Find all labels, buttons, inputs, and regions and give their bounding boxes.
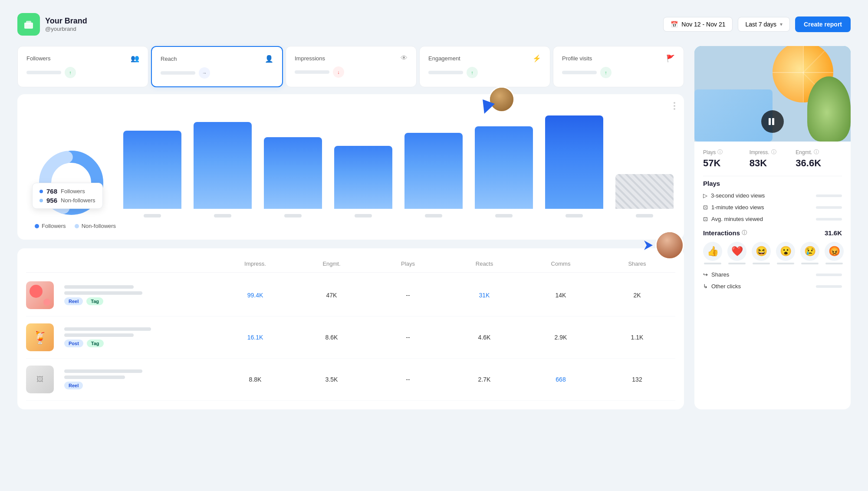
bar-label-1 (144, 214, 161, 217)
emoji-wow: 😮 (776, 242, 795, 264)
metric-bar (161, 71, 195, 75)
td-shares-1: 2K (599, 292, 675, 299)
table-row[interactable]: 🍹 Post Tag 16.1K 8.6K -- 4.6K (26, 316, 675, 359)
stats-row: Plays ⓘ 57K Impress. ⓘ 83K Engmt. ⓘ (703, 148, 842, 176)
change-indicator-up: ↑ (65, 67, 76, 78)
metric-card-engagement[interactable]: Engagement ⚡ ↑ (419, 46, 550, 87)
post-1-text: Reel Tag (64, 285, 217, 305)
angry-emoji: 😡 (825, 242, 844, 261)
bar-6 (475, 126, 533, 209)
td-reacts-3: 2.7K (446, 376, 523, 383)
bar-group-2 (194, 122, 252, 217)
row-3s-views: ▷ 3-second video views (703, 192, 842, 199)
period-selector[interactable]: Last 7 days ▾ (738, 17, 790, 32)
post-line (64, 333, 134, 337)
svg-rect-1 (26, 21, 31, 24)
emoji-like: 👍 (703, 242, 722, 264)
emoji-bar (728, 263, 746, 264)
row-shares: ↪ Shares (703, 271, 842, 278)
bar-4 (334, 146, 392, 209)
metric-label-profile-visits: Profile visits (562, 55, 592, 62)
table-row[interactable]: Reel Tag 99.4K 47K -- 31K 14K 2K (26, 274, 675, 316)
impressions-icon: 👁 (401, 54, 408, 62)
metrics-row: Followers 👥 ↑ Reach 👤 → (17, 46, 684, 87)
post-1-info: Reel Tag (26, 281, 217, 309)
video-icon-2: ⊡ (703, 216, 708, 222)
metric-card-followers[interactable]: Followers 👥 ↑ (17, 46, 148, 87)
table-header: Impress. Engmt. Plays Reacts Comms Share… (26, 257, 675, 273)
metric-card-profile-visits[interactable]: Profile visits 🚩 ↑ (553, 46, 684, 87)
td-reacts-2: 4.6K (446, 334, 523, 341)
bar-group-4 (334, 146, 392, 217)
stat-impress: Impress. ⓘ 83K (750, 148, 796, 169)
td-plays-1: -- (370, 292, 446, 299)
tooltip-followers-label: Followers (61, 188, 85, 194)
stat-engmt: Engmt. ⓘ 36.6K (796, 148, 842, 169)
shares-icon: ↪ (703, 271, 708, 278)
bar-label-4 (355, 214, 372, 217)
tooltip-nonfollowers-label: Non-followers (61, 197, 95, 204)
post-1-thumb (26, 281, 54, 309)
bar-chart (115, 115, 674, 217)
bar-3 (264, 137, 322, 209)
bar-label-5 (425, 214, 442, 217)
td-comms-1: 14K (523, 292, 599, 299)
bar-1 (123, 131, 181, 209)
change-indicator-up: ↑ (467, 67, 478, 78)
interactions-header: Interactions ⓘ 31.6K (703, 229, 842, 237)
td-plays-2: -- (370, 334, 446, 341)
info-icon[interactable]: ⓘ (814, 148, 819, 156)
love-emoji: ❤️ (727, 242, 746, 261)
svg-rect-8 (772, 118, 774, 125)
row-other-clicks: ↳ Other clicks (703, 283, 842, 290)
info-icon[interactable]: ⓘ (771, 148, 776, 156)
bar-group-6 (475, 126, 533, 217)
legend-nonfollowers: Non-followers (75, 223, 116, 229)
td-engmt-3: 3.5K (293, 376, 370, 383)
more-options-button[interactable] (674, 102, 675, 110)
metric-bar (562, 71, 597, 74)
metric-bar (295, 70, 329, 74)
td-shares-2: 1.1K (599, 334, 675, 341)
post-tag-reel: Reel (64, 382, 83, 389)
metric-card-impressions[interactable]: Impressions 👁 ↓ (286, 46, 417, 87)
plays-label: Plays (703, 149, 716, 155)
video-icon: ⊡ (703, 204, 708, 211)
th-comms: Comms (523, 260, 599, 267)
emoji-bar (753, 263, 770, 264)
metric-card-reach[interactable]: Reach 👤 → (151, 46, 283, 87)
info-icon[interactable]: ⓘ (717, 148, 723, 156)
post-3-thumb: 🖼 (26, 366, 54, 393)
legend-label-followers: Followers (42, 223, 66, 229)
legend-dot-followers (35, 224, 39, 228)
table-row[interactable]: 🖼 Reel 8.8K 3.5K -- 2.7K 668 1 (26, 359, 675, 401)
emoji-angry: 😡 (825, 242, 844, 264)
bar-2 (194, 122, 252, 209)
engagement-icon: ⚡ (533, 54, 541, 63)
post-2-text: Post Tag (64, 327, 217, 347)
post-2-thumb: 🍹 (26, 323, 54, 351)
reel-play-button[interactable] (761, 110, 784, 133)
metric-label-reach: Reach (161, 56, 177, 62)
right-panel: Plays ⓘ 57K Impress. ⓘ 83K Engmt. ⓘ (694, 46, 851, 409)
emoji-haha: 😆 (752, 242, 771, 264)
bar-label-3 (284, 214, 302, 217)
row-avg-minutes: ⊡ Avg. minutes viewed (703, 216, 842, 222)
chart-section: 768 Followers 956 Non-followers (17, 94, 684, 240)
plays-value: 57K (703, 158, 750, 169)
th-shares: Shares (599, 260, 675, 267)
wow-emoji: 😮 (776, 242, 795, 261)
post-tag: Tag (86, 297, 103, 305)
create-report-button[interactable]: Create report (795, 16, 851, 32)
bar-group-8 (615, 174, 674, 217)
post-line (64, 327, 151, 331)
row-bar (816, 218, 842, 221)
legend-followers: Followers (35, 223, 66, 229)
other-clicks-label: Other clicks (711, 283, 741, 290)
info-icon[interactable]: ⓘ (742, 229, 747, 237)
avg-minutes-label: Avg. minutes viewed (711, 216, 763, 222)
row-bar (816, 194, 842, 197)
date-range-picker[interactable]: 📅 Nov 12 - Nov 21 (663, 17, 733, 32)
shares-label: Shares (711, 271, 729, 278)
left-panel: Followers 👥 ↑ Reach 👤 → (17, 46, 684, 409)
